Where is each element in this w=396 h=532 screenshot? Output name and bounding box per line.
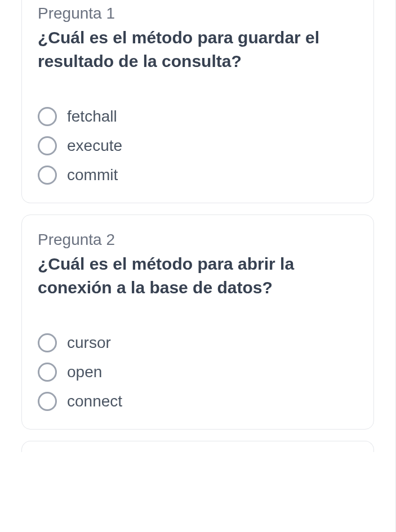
question-card: Pregunta 1 ¿Cuál es el método para guard… xyxy=(21,0,374,203)
option-open[interactable]: open xyxy=(38,363,358,382)
option-label: fetchall xyxy=(67,108,117,126)
option-execute[interactable]: execute xyxy=(38,136,358,155)
question-title: ¿Cuál es el método para abrir la conexió… xyxy=(38,252,358,299)
option-label: connect xyxy=(67,392,122,410)
option-label: execute xyxy=(67,137,122,155)
radio-icon xyxy=(38,107,57,126)
option-label: commit xyxy=(67,166,118,184)
option-connect[interactable]: connect xyxy=(38,392,358,411)
question-number: Pregunta 2 xyxy=(38,231,358,249)
options-group: fetchall execute commit xyxy=(38,107,358,185)
next-card-peek xyxy=(21,441,374,452)
radio-icon xyxy=(38,166,57,185)
option-label: cursor xyxy=(67,334,111,352)
quiz-container: Pregunta 1 ¿Cuál es el método para guard… xyxy=(0,0,396,532)
radio-icon xyxy=(38,136,57,155)
question-card: Pregunta 2 ¿Cuál es el método para abrir… xyxy=(21,214,374,430)
option-fetchall[interactable]: fetchall xyxy=(38,107,358,126)
option-label: open xyxy=(67,363,102,381)
options-group: cursor open connect xyxy=(38,333,358,411)
radio-icon xyxy=(38,392,57,411)
option-commit[interactable]: commit xyxy=(38,166,358,185)
question-title: ¿Cuál es el método para guardar el resul… xyxy=(38,26,358,73)
question-number: Pregunta 1 xyxy=(38,5,358,23)
radio-icon xyxy=(38,363,57,382)
radio-icon xyxy=(38,333,57,352)
option-cursor[interactable]: cursor xyxy=(38,333,358,352)
